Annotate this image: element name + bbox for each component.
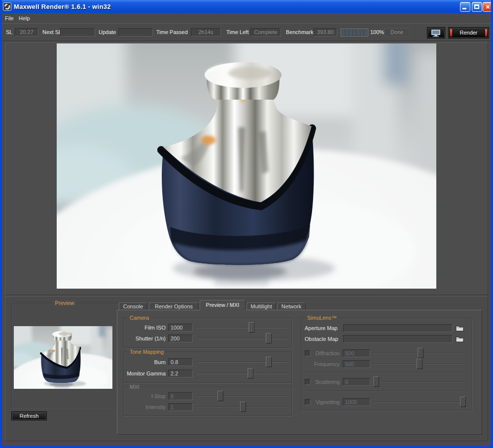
- time-passed-value: 2h14s: [191, 28, 221, 37]
- aperture-map-folder-icon[interactable]: [456, 325, 464, 332]
- vignetting-checkbox[interactable]: [305, 399, 311, 405]
- aperture-map-field[interactable]: [343, 324, 453, 332]
- menu-file[interactable]: File: [3, 15, 16, 21]
- preview-group-title: Preview: [53, 300, 76, 306]
- intensity-field: 1: [168, 403, 193, 411]
- f-stop-field: 8: [168, 392, 193, 400]
- f-stop-slider: [197, 391, 289, 402]
- frequency-label: Frequency: [313, 361, 340, 367]
- monitor-view-button[interactable]: [427, 27, 445, 38]
- burn-slider[interactable]: [197, 357, 289, 368]
- title-bar[interactable]: Maxwell Render® 1.6.1 - win32 ✕: [0, 0, 493, 14]
- tab-render-options[interactable]: Render Options: [149, 302, 199, 310]
- render-button-label: Render: [449, 30, 489, 36]
- app-icon: [3, 2, 11, 11]
- scattering-checkbox[interactable]: [305, 379, 311, 385]
- vignetting-label: Vignetting: [313, 399, 340, 405]
- simulens-separator-1: [304, 372, 467, 373]
- tab-preview-mxi[interactable]: Preview / MXI: [200, 300, 246, 310]
- refresh-button[interactable]: Refresh: [11, 411, 47, 420]
- obstacle-map-label: Obstacle Map: [305, 336, 338, 342]
- mxi-group-title: MXI: [128, 384, 141, 390]
- maximize-button[interactable]: [472, 2, 482, 12]
- diffraction-label: Diffraction: [313, 350, 340, 356]
- sl-value-field: 20.27: [15, 28, 38, 37]
- minimize-button[interactable]: [460, 2, 470, 12]
- frequency-slider: [373, 359, 466, 370]
- tab-console[interactable]: Console: [119, 302, 147, 310]
- vignetting-slider: [373, 397, 466, 408]
- preview-group: Preview: [11, 303, 118, 408]
- tone-mapping-group: Tone Mapping Burn 0.8 Monitor Gamma 2.2: [123, 352, 292, 383]
- diffraction-slider: [373, 348, 466, 359]
- scattering-slider: [373, 376, 466, 387]
- render-viewport-image: [57, 43, 436, 289]
- simulens-separator-2: [304, 391, 467, 392]
- camera-group: Camera Film ISO 1000 Shutter (1/n) 200: [123, 318, 292, 348]
- diffraction-checkbox[interactable]: [305, 350, 311, 356]
- burn-field[interactable]: 0.8: [168, 358, 193, 366]
- monitor-icon: [431, 29, 441, 37]
- time-left-label: Time Left: [226, 29, 248, 35]
- aperture-map-label: Aperture Map: [305, 325, 338, 331]
- shutter-slider[interactable]: [197, 333, 289, 344]
- tab-multilight[interactable]: Multilight: [246, 302, 276, 310]
- intensity-label: Intensity: [124, 404, 166, 410]
- menu-bar: File Help: [0, 14, 493, 24]
- mxi-group: MXI f-Stop 8 Intensity 1: [123, 387, 292, 416]
- intensity-slider: [197, 402, 289, 412]
- vignetting-field: 1000: [343, 398, 370, 406]
- obstacle-map-field[interactable]: [343, 335, 453, 343]
- bottom-section: Preview Refresh Console Render Options P…: [5, 296, 488, 441]
- sl-label: SL: [6, 29, 12, 35]
- done-button[interactable]: Done: [384, 28, 410, 37]
- render-viewport: [5, 42, 488, 295]
- preview-mxi-panel: Camera Film ISO 1000 Shutter (1/n) 200 T…: [117, 310, 482, 435]
- update-input[interactable]: [118, 28, 153, 37]
- render-progress-bar: [341, 29, 368, 37]
- obstacle-map-folder-icon[interactable]: [456, 336, 464, 342]
- preview-thumbnail: [14, 326, 112, 389]
- frequency-field: 500: [343, 360, 370, 368]
- burn-label: Burn: [124, 359, 166, 365]
- simulens-group-title: SimuLens™: [305, 315, 339, 321]
- tone-mapping-group-title: Tone Mapping: [128, 349, 166, 355]
- simulens-group: SimuLens™ Aperture Map Obstacle Map Diff…: [301, 318, 472, 411]
- time-passed-label: Time Passed: [156, 29, 188, 35]
- monitor-gamma-slider[interactable]: [197, 368, 289, 379]
- shutter-label: Shutter (1/n): [124, 336, 166, 341]
- window-title: Maxwell Render® 1.6.1 - win32: [14, 3, 111, 10]
- f-stop-label: f-Stop: [124, 393, 166, 399]
- benchmark-label: Benchmark: [286, 29, 314, 35]
- tab-network[interactable]: Network: [277, 302, 306, 310]
- maxwell-render-window: Maxwell Render® 1.6.1 - win32 ✕ File Hel…: [0, 0, 493, 448]
- progress-percent: 100%: [370, 29, 384, 35]
- film-iso-label: Film ISO: [124, 325, 166, 331]
- film-iso-slider[interactable]: [197, 322, 289, 333]
- film-iso-field[interactable]: 1000: [168, 324, 193, 332]
- update-label: Update: [99, 29, 116, 35]
- camera-group-title: Camera: [128, 315, 151, 321]
- toolbar: SL 20.27 Next SL Update Time Passed 2h14…: [0, 24, 493, 41]
- next-sl-label: Next SL: [42, 29, 62, 35]
- menu-help[interactable]: Help: [17, 15, 32, 21]
- next-sl-input[interactable]: [60, 28, 95, 37]
- scattering-field: 0: [343, 378, 370, 386]
- shutter-field[interactable]: 200: [168, 335, 193, 342]
- benchmark-value: 393.80: [314, 28, 337, 37]
- monitor-gamma-label: Monitor Gamma: [123, 371, 166, 376]
- render-button[interactable]: Render: [448, 27, 489, 38]
- scattering-label: Scattering: [313, 379, 340, 385]
- close-button[interactable]: ✕: [483, 2, 493, 12]
- diffraction-field: 500: [343, 349, 370, 357]
- monitor-gamma-field[interactable]: 2.2: [168, 370, 193, 377]
- time-left-value: Complete: [250, 28, 281, 37]
